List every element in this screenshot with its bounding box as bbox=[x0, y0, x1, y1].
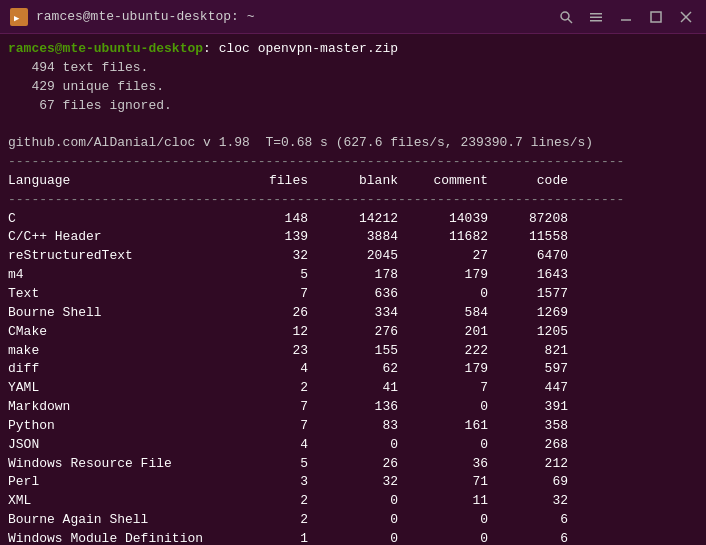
search-button[interactable] bbox=[556, 7, 576, 27]
separator-top: ----------------------------------------… bbox=[8, 153, 698, 172]
table-rows: C148142121403987208C/C++ Header139388411… bbox=[8, 210, 698, 545]
table-row: C/C++ Header13938841168211558 bbox=[8, 228, 698, 247]
svg-line-3 bbox=[568, 19, 572, 23]
svg-rect-5 bbox=[590, 16, 602, 18]
table-row: Bourne Again Shell2006 bbox=[8, 511, 698, 530]
table-row: Windows Resource File52636212 bbox=[8, 455, 698, 474]
svg-text:▶: ▶ bbox=[14, 13, 20, 23]
svg-point-2 bbox=[561, 12, 569, 20]
cloc-version: github.com/AlDanial/cloc v 1.98 T=0.68 s… bbox=[8, 134, 698, 153]
table-row: make23155222821 bbox=[8, 342, 698, 361]
command-line: ramces@mte-ubuntu-desktop: cloc openvpn-… bbox=[8, 40, 698, 59]
svg-rect-6 bbox=[590, 20, 602, 22]
table-row: diff462179597 bbox=[8, 360, 698, 379]
table-row: XML201132 bbox=[8, 492, 698, 511]
table-row: m451781791643 bbox=[8, 266, 698, 285]
stat-text-files: 494 text files. bbox=[8, 59, 698, 78]
svg-rect-8 bbox=[651, 12, 661, 22]
titlebar-title: ramces@mte-ubuntu-desktop: ~ bbox=[36, 9, 254, 24]
titlebar-controls bbox=[556, 7, 696, 27]
prompt-user: ramces@mte-ubuntu-desktop bbox=[8, 41, 203, 56]
table-row: JSON400268 bbox=[8, 436, 698, 455]
stat-ignored-files: 67 files ignored. bbox=[8, 97, 698, 116]
close-button[interactable] bbox=[676, 7, 696, 27]
separator-header: ----------------------------------------… bbox=[8, 191, 698, 210]
table-row: reStructuredText322045276470 bbox=[8, 247, 698, 266]
menu-button[interactable] bbox=[586, 7, 606, 27]
table-row: Bourne Shell263345841269 bbox=[8, 304, 698, 323]
minimize-button[interactable] bbox=[616, 7, 636, 27]
stat-unique-files: 429 unique files. bbox=[8, 78, 698, 97]
table-row: CMake122762011205 bbox=[8, 323, 698, 342]
table-row: Text763601577 bbox=[8, 285, 698, 304]
table-row: Perl3327169 bbox=[8, 473, 698, 492]
prompt-command: cloc openvpn-master.zip bbox=[211, 41, 398, 56]
table-header: Languagefilesblankcommentcode bbox=[8, 172, 698, 191]
titlebar: ▶ ramces@mte-ubuntu-desktop: ~ bbox=[0, 0, 706, 34]
table-row: C148142121403987208 bbox=[8, 210, 698, 229]
table-row: Markdown71360391 bbox=[8, 398, 698, 417]
table-row: Windows Module Definition1006 bbox=[8, 530, 698, 545]
titlebar-left: ▶ ramces@mte-ubuntu-desktop: ~ bbox=[10, 8, 254, 26]
table-row: Python783161358 bbox=[8, 417, 698, 436]
terminal-body: ramces@mte-ubuntu-desktop: cloc openvpn-… bbox=[0, 34, 706, 545]
terminal-icon: ▶ bbox=[10, 8, 28, 26]
svg-rect-4 bbox=[590, 13, 602, 15]
restore-button[interactable] bbox=[646, 7, 666, 27]
table-row: YAML2417447 bbox=[8, 379, 698, 398]
